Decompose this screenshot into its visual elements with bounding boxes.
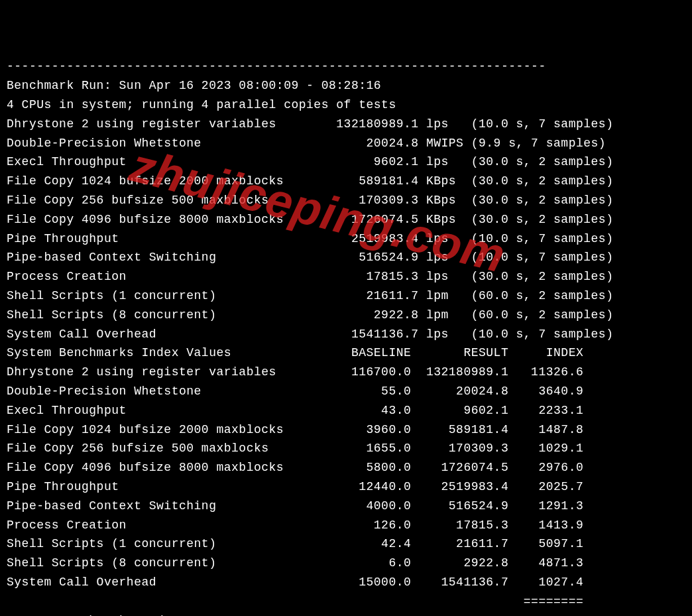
index-row: Process Creation 126.0 17815.3 1413.9 xyxy=(7,516,685,535)
test-result-row: Dhrystone 2 using register variables 132… xyxy=(7,115,685,134)
index-row: File Copy 1024 bufsize 2000 maxblocks 39… xyxy=(7,420,685,440)
index-separator: ======== xyxy=(7,592,685,611)
index-row: Double-Precision Whetstone 55.0 20024.8 … xyxy=(7,382,685,401)
index-row: Shell Scripts (1 concurrent) 42.4 21611.… xyxy=(7,534,685,554)
index-row: File Copy 4096 bufsize 8000 maxblocks 58… xyxy=(7,458,685,477)
index-row: Dhrystone 2 using register variables 116… xyxy=(7,363,685,382)
index-row: Execl Throughput 43.0 9602.1 2233.1 xyxy=(7,401,685,420)
index-score: System Benchmarks Index Score 2416.2 xyxy=(7,611,685,617)
separator-top: ----------------------------------------… xyxy=(7,57,685,76)
index-row: System Call Overhead 15000.0 1541136.7 1… xyxy=(7,573,685,592)
index-header: System Benchmarks Index Values BASELINE … xyxy=(7,343,685,363)
test-result-row: Process Creation 17815.3 lps (30.0 s, 2 … xyxy=(7,267,685,286)
test-result-row: File Copy 4096 bufsize 8000 maxblocks 17… xyxy=(7,210,685,229)
index-row: Pipe Throughput 12440.0 2519983.4 2025.7 xyxy=(7,477,685,497)
test-result-row: Pipe-based Context Switching 516524.9 lp… xyxy=(7,248,685,267)
test-result-row: Execl Throughput 9602.1 lps (30.0 s, 2 s… xyxy=(7,153,685,172)
benchmark-run-line: Benchmark Run: Sun Apr 16 2023 08:00:09 … xyxy=(7,76,685,95)
index-row: File Copy 256 bufsize 500 maxblocks 1655… xyxy=(7,439,685,458)
test-result-row: File Copy 256 bufsize 500 maxblocks 1703… xyxy=(7,191,685,210)
test-result-row: Pipe Throughput 2519983.4 lps (10.0 s, 7… xyxy=(7,229,685,249)
test-result-row: System Call Overhead 1541136.7 lps (10.0… xyxy=(7,325,685,344)
test-result-row: Double-Precision Whetstone 20024.8 MWIPS… xyxy=(7,134,685,153)
terminal-output: zhujiceping.com ------------------------… xyxy=(0,0,692,616)
test-result-row: File Copy 1024 bufsize 2000 maxblocks 58… xyxy=(7,172,685,191)
index-row: Shell Scripts (8 concurrent) 6.0 2922.8 … xyxy=(7,554,685,573)
test-result-row: Shell Scripts (8 concurrent) 2922.8 lpm … xyxy=(7,306,685,325)
cpu-info-line: 4 CPUs in system; running 4 parallel cop… xyxy=(7,95,685,115)
index-row: Pipe-based Context Switching 4000.0 5165… xyxy=(7,497,685,516)
test-result-row: Shell Scripts (1 concurrent) 21611.7 lpm… xyxy=(7,286,685,306)
